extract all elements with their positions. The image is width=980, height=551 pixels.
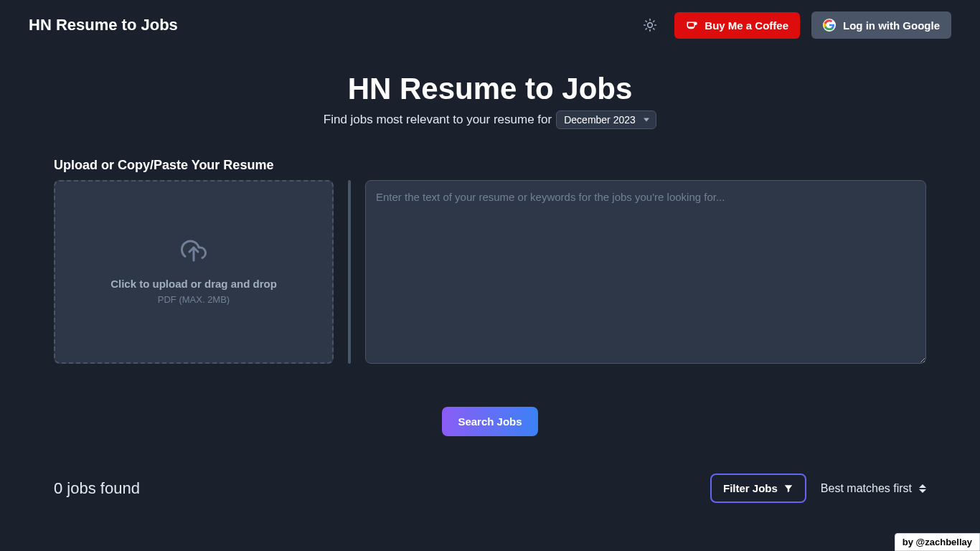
svg-line-3 xyxy=(646,21,646,22)
google-login-button[interactable]: Log in with Google xyxy=(811,11,951,39)
google-icon xyxy=(823,19,836,32)
sort-dropdown[interactable]: Best matches first xyxy=(821,482,926,495)
resume-textarea[interactable] xyxy=(365,180,926,364)
google-login-label: Log in with Google xyxy=(843,19,940,32)
svg-line-7 xyxy=(646,29,646,29)
filter-jobs-label: Filter Jobs xyxy=(723,482,778,494)
svg-point-0 xyxy=(648,23,653,28)
sun-icon xyxy=(643,18,657,32)
coffee-icon xyxy=(686,20,699,30)
svg-line-4 xyxy=(654,29,654,29)
page-subtitle: Find jobs most relevant to your resume f… xyxy=(324,113,552,127)
dropzone-secondary-text: PDF (MAX. 2MB) xyxy=(158,294,230,305)
theme-toggle-button[interactable] xyxy=(637,12,663,38)
upload-section-heading: Upload or Copy/Paste Your Resume xyxy=(54,158,926,173)
filter-icon xyxy=(783,484,793,494)
resume-dropzone[interactable]: Click to upload or drag and drop PDF (MA… xyxy=(54,180,334,364)
results-count: 0 jobs found xyxy=(54,479,140,498)
search-jobs-button[interactable]: Search Jobs xyxy=(442,407,537,436)
svg-line-8 xyxy=(654,21,654,22)
vertical-divider xyxy=(348,180,351,364)
month-select[interactable]: December 2023 xyxy=(556,110,656,129)
buy-coffee-button[interactable]: Buy Me a Coffee xyxy=(674,12,800,39)
cloud-upload-icon xyxy=(181,239,207,265)
sort-arrows-icon xyxy=(919,484,926,493)
buy-coffee-label: Buy Me a Coffee xyxy=(705,19,788,32)
dropzone-primary-text: Click to upload or drag and drop xyxy=(110,278,277,290)
svg-rect-9 xyxy=(688,23,694,27)
app-logo[interactable]: HN Resume to Jobs xyxy=(29,16,178,34)
credit-badge[interactable]: by @zachbellay xyxy=(895,533,980,551)
sort-label-text: Best matches first xyxy=(821,482,912,495)
filter-jobs-button[interactable]: Filter Jobs xyxy=(710,474,806,503)
page-title: HN Resume to Jobs xyxy=(54,72,926,106)
